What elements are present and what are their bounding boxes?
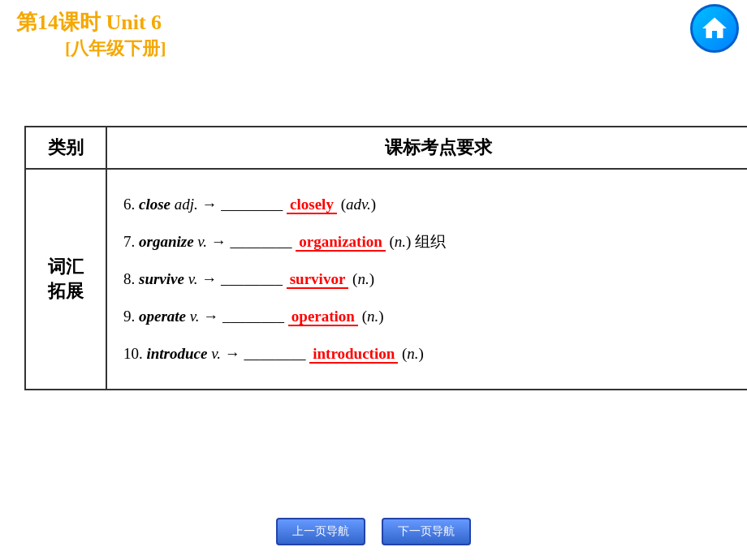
navigation-buttons: 上一页导航 下一页导航 — [276, 518, 471, 545]
word-pos-base: v. — [188, 270, 198, 287]
word-pos-base: v. — [190, 308, 200, 325]
col1-header: 类别 — [25, 127, 106, 169]
word-pos-base: v. — [211, 345, 221, 362]
answer: closely — [287, 196, 337, 214]
arrow: → ________ — [225, 345, 310, 362]
title-line1: 第14课时 Unit 6 — [16, 8, 166, 37]
answer: introduction — [309, 345, 398, 364]
word-base: organize — [139, 233, 194, 250]
word-base: survive — [139, 270, 184, 287]
word-pos-answer: n. — [367, 308, 378, 325]
answer: organization — [296, 233, 385, 252]
word-pos-answer: adv. — [346, 196, 371, 213]
arrow: → ________ — [201, 270, 287, 287]
answer: operation — [288, 308, 358, 326]
header: 第14课时 Unit 6 [八年级下册] — [16, 8, 166, 61]
word-number: 8. — [123, 270, 139, 287]
vocabulary-content: 6. close adj. → ________ closely (adv.)7… — [106, 169, 747, 390]
word-pos-base: adj. — [175, 196, 198, 213]
prev-button[interactable]: 上一页导航 — [276, 518, 365, 545]
home-button[interactable] — [690, 4, 739, 53]
answer: survivor — [287, 270, 349, 289]
word-base: operate — [139, 308, 186, 325]
word-number: 9. — [123, 308, 139, 325]
home-icon — [700, 14, 729, 43]
word-base: introduce — [147, 345, 208, 362]
next-button[interactable]: 下一页导航 — [382, 518, 471, 545]
arrow: → ________ — [202, 196, 287, 213]
title-line2: [八年级下册] — [65, 37, 166, 61]
word-row: 7. organize v. → ________ organization (… — [123, 226, 747, 257]
word-number: 10. — [123, 345, 147, 362]
word-row: 9. operate v. → ________ operation (n.) — [123, 301, 747, 332]
arrow: → ________ — [203, 308, 288, 325]
word-number: 7. — [123, 233, 139, 250]
word-row: 10. introduce v. → ________ introduction… — [123, 338, 747, 369]
vocabulary-table: 类别 课标考点要求 词汇拓展 6. close adj. → ________ … — [24, 126, 747, 390]
category-label: 词汇拓展 — [25, 169, 106, 390]
word-pos-answer: n. — [407, 345, 418, 362]
word-base: close — [139, 196, 171, 213]
word-row: 6. close adj. → ________ closely (adv.) — [123, 189, 747, 220]
arrow: → ________ — [211, 233, 296, 250]
word-number: 6. — [123, 196, 139, 213]
cn-meaning: 组织 — [415, 233, 446, 250]
word-pos-base: v. — [197, 233, 207, 250]
word-pos-answer: n. — [357, 270, 369, 287]
word-row: 8. survive v. → ________ survivor (n.) — [123, 264, 747, 295]
word-pos-answer: n. — [395, 233, 406, 250]
col2-header: 课标考点要求 — [106, 127, 747, 169]
